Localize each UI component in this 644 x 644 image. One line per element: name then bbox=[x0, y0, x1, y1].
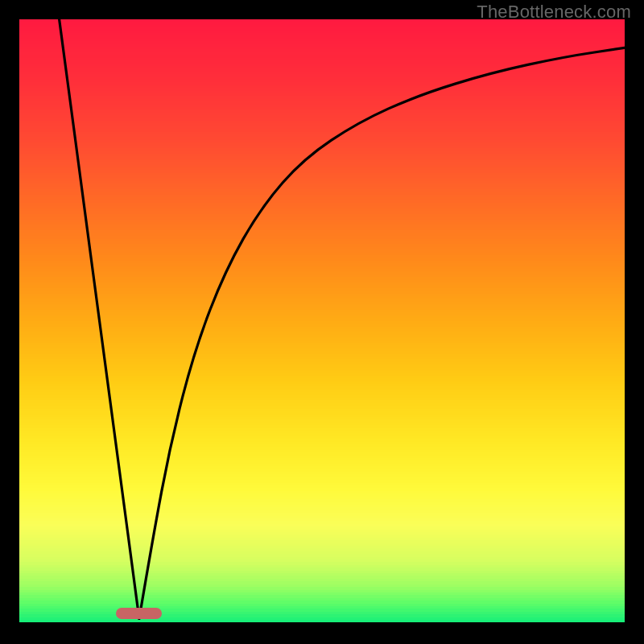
curve-right-leg bbox=[139, 47, 625, 618]
watermark-label: TheBottleneck.com bbox=[477, 2, 631, 23]
minimum-marker bbox=[116, 608, 162, 619]
curve-layer bbox=[19, 19, 625, 625]
curve-left-leg bbox=[60, 19, 139, 619]
chart-frame: TheBottleneck.com bbox=[0, 0, 644, 644]
plot-area bbox=[19, 19, 625, 625]
